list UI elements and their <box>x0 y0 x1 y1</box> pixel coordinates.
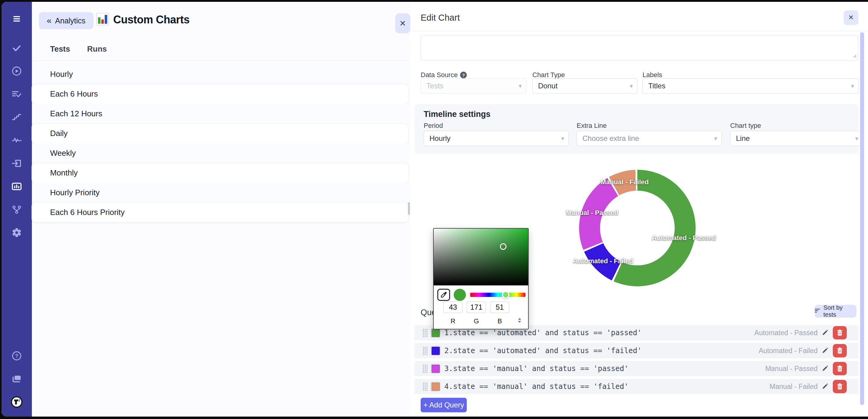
query-color-swatch[interactable] <box>430 363 441 374</box>
edit-query-icon[interactable] <box>822 347 829 355</box>
drag-handle-icon[interactable] <box>423 382 428 391</box>
close-edit-panel-button[interactable]: ✕ <box>844 10 858 25</box>
hue-slider-thumb[interactable] <box>502 291 509 299</box>
edit-query-icon[interactable] <box>822 329 829 337</box>
delete-query-button[interactable] <box>833 380 847 393</box>
green-input[interactable]: 171 <box>467 301 486 313</box>
activity-icon[interactable] <box>7 130 26 150</box>
list-item[interactable]: Each 6 Hours Priority <box>32 203 408 222</box>
query-expression[interactable]: 4.state == 'manual' and status == 'faile… <box>444 379 628 394</box>
copy-docs-icon[interactable] <box>7 369 26 389</box>
blue-label: B <box>490 317 509 325</box>
query-expression[interactable]: 3.state == 'manual' and status == 'passe… <box>444 361 628 376</box>
delete-query-button[interactable] <box>833 344 847 357</box>
tabs: TestsRuns <box>50 44 107 54</box>
page-title: Custom Charts <box>96 13 190 27</box>
drag-handle-icon[interactable] <box>423 329 428 337</box>
green-label: G <box>467 317 486 325</box>
edit-panel-scrollbar-thumb[interactable] <box>860 32 864 405</box>
list-item[interactable]: Each 12 Hours <box>32 104 408 124</box>
query-title-label: Automated - Failed <box>759 343 817 358</box>
donut-chart: Automated - PassedAutomated - FailedManu… <box>573 163 702 292</box>
donut-hole <box>600 191 675 265</box>
bar-chart-emoji-icon <box>96 13 109 27</box>
period-select[interactable]: Hourly <box>424 131 569 146</box>
description-textarea[interactable] <box>421 35 858 61</box>
saturation-area[interactable] <box>434 229 528 286</box>
donut-segment-label: Automated - Passed <box>652 234 716 242</box>
list-item[interactable]: Hourly Priority <box>32 183 408 203</box>
color-picker-popup: 43 171 51 R G B <box>433 228 529 329</box>
data-source-select[interactable]: Tests <box>421 78 526 93</box>
add-query-button[interactable]: + Add Query <box>421 398 467 412</box>
playlist-check-icon[interactable] <box>7 84 26 104</box>
list-scrollbar-thumb[interactable] <box>408 202 410 215</box>
timeline-chart-type-label: Chart type <box>730 122 761 130</box>
timeline-settings-card: Timeline settings Period Extra Line Char… <box>414 104 858 154</box>
chart-type-label: Chart Type <box>532 71 565 79</box>
back-to-analytics-button[interactable]: « Analytics <box>39 12 93 29</box>
extra-line-label: Extra Line <box>577 122 607 130</box>
gear-icon[interactable] <box>7 223 26 242</box>
blue-input[interactable]: 51 <box>490 301 509 313</box>
query-title-label: Automated - Passed <box>754 325 817 340</box>
query-expression[interactable]: 2.state == 'automated' and status == 'fa… <box>444 343 642 358</box>
timeline-chart-type-select[interactable]: Line <box>730 131 863 146</box>
query-color-swatch[interactable] <box>430 381 441 392</box>
sort-by-tests-button[interactable]: Sort by tests <box>814 305 857 318</box>
steps-icon[interactable] <box>7 108 26 127</box>
list-item[interactable]: Each 6 Hours <box>32 84 408 104</box>
timeline-settings-title: Timeline settings <box>424 110 491 119</box>
tab-tests[interactable]: Tests <box>50 44 70 54</box>
sidebar: ? <box>2 2 32 417</box>
play-circle-icon[interactable] <box>7 61 26 81</box>
back-chevron-icon: « <box>47 17 52 25</box>
tabs-divider <box>32 61 410 61</box>
query-row: 3.state == 'manual' and status == 'passe… <box>414 361 858 376</box>
bar-chart-icon[interactable] <box>7 177 26 196</box>
list-item[interactable]: Monthly <box>32 163 408 183</box>
extra-line-select[interactable]: Choose extra line <box>577 131 722 146</box>
hue-slider[interactable] <box>470 293 525 297</box>
red-input[interactable]: 43 <box>443 301 463 313</box>
delete-query-button[interactable] <box>833 362 847 375</box>
red-label: R <box>443 317 463 325</box>
branch-icon[interactable] <box>7 200 26 219</box>
list-item[interactable]: Weekly <box>32 143 408 163</box>
menu-icon[interactable] <box>7 9 26 29</box>
svg-text:?: ? <box>15 353 18 359</box>
labels-label: Labels <box>643 71 662 79</box>
tab-runs[interactable]: Runs <box>87 44 107 54</box>
period-label: Period <box>424 122 443 130</box>
sidebar-top-icons <box>7 2 26 244</box>
chart-type-select[interactable]: Donut <box>532 78 637 93</box>
sidebar-bottom-icons: ? <box>7 344 26 414</box>
query-color-swatch[interactable] <box>430 346 441 356</box>
edit-query-icon[interactable] <box>822 365 829 373</box>
list-item[interactable]: Hourly <box>32 64 408 84</box>
drag-handle-icon[interactable] <box>423 347 428 355</box>
query-title-label: Manual - Failed <box>769 379 817 394</box>
sort-button-label: Sort by tests <box>824 304 857 318</box>
labels-select[interactable]: Titles <box>643 78 859 93</box>
data-source-label-text: Data Source <box>421 71 458 79</box>
help-icon[interactable]: ? <box>7 346 26 365</box>
chart-list: HourlyEach 6 HoursEach 12 HoursDailyWeek… <box>32 64 408 222</box>
list-item[interactable]: Daily <box>32 124 408 143</box>
resize-handle-icon[interactable] <box>852 54 857 59</box>
check-icon[interactable] <box>7 38 26 58</box>
eyedropper-button[interactable] <box>437 289 450 301</box>
edit-query-icon[interactable] <box>822 383 829 391</box>
delete-query-button[interactable] <box>833 326 847 339</box>
donut-segment-label: Automated - Failed <box>573 257 633 265</box>
help-badge-icon[interactable]: ? <box>460 72 467 78</box>
saturation-cursor[interactable] <box>500 243 506 250</box>
drag-handle-icon[interactable] <box>423 364 428 373</box>
close-list-panel-button[interactable]: ✕ <box>395 13 410 33</box>
app-logo[interactable] <box>7 392 26 412</box>
edit-chart-title: Edit Chart <box>421 13 460 23</box>
sign-in-icon[interactable] <box>7 154 26 173</box>
color-mode-toggle-icon[interactable] <box>518 317 522 325</box>
back-label: Analytics <box>55 17 86 25</box>
query-title-label: Manual - Passed <box>765 361 817 376</box>
